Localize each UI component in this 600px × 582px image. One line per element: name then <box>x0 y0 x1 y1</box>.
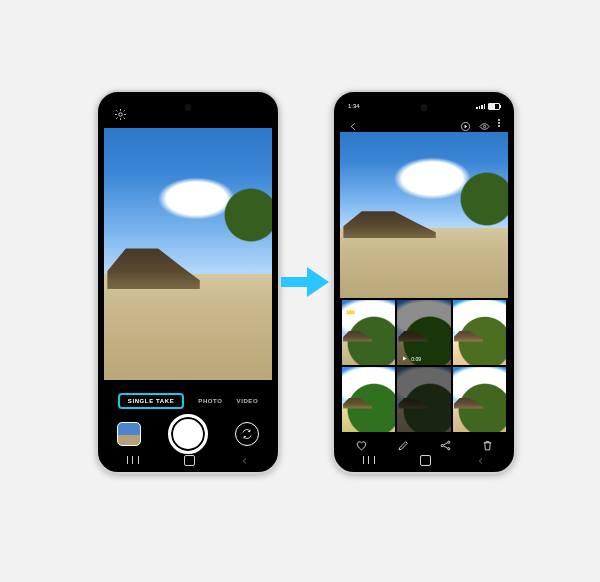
front-camera-notch <box>185 104 192 111</box>
single-take-grid: 0:09 <box>340 298 508 434</box>
nav-recent-apps[interactable] <box>363 456 375 464</box>
camera-app-screen: SINGLE TAKE PHOTO VIDEO <box>104 98 272 466</box>
heart-icon[interactable] <box>355 438 368 451</box>
mode-video[interactable]: VIDEO <box>237 398 259 404</box>
back-icon[interactable] <box>348 118 359 129</box>
gallery-top-bar <box>340 114 508 132</box>
gallery-app-screen: 1:34 <box>340 98 508 466</box>
visibility-icon[interactable] <box>479 118 490 129</box>
svg-point-3 <box>441 444 443 446</box>
result-tile-5[interactable] <box>397 367 450 432</box>
result-tile-3[interactable] <box>453 300 506 365</box>
android-navbar <box>340 454 508 466</box>
camera-viewfinder[interactable] <box>104 128 272 380</box>
status-icons <box>476 103 500 110</box>
svg-point-4 <box>447 441 449 443</box>
battery-icon <box>488 103 500 110</box>
android-navbar <box>104 454 272 466</box>
switch-camera-button[interactable] <box>235 422 259 446</box>
nav-recent-apps[interactable] <box>127 456 139 464</box>
camera-app-phone: SINGLE TAKE PHOTO VIDEO <box>96 90 280 474</box>
camera-controls <box>104 414 272 454</box>
result-tile-2[interactable]: 0:09 <box>397 300 450 365</box>
svg-point-2 <box>483 125 485 127</box>
nav-home[interactable] <box>420 455 431 466</box>
result-tile-4[interactable] <box>342 367 395 432</box>
svg-point-0 <box>119 112 122 115</box>
share-icon[interactable] <box>439 438 452 451</box>
arrow-right-icon <box>281 264 329 300</box>
mode-photo[interactable]: PHOTO <box>198 398 222 404</box>
nav-home[interactable] <box>184 455 195 466</box>
svg-point-5 <box>447 447 449 449</box>
gallery-app-phone: 1:34 <box>332 90 516 474</box>
play-icon[interactable] <box>460 118 471 129</box>
shutter-button[interactable] <box>168 414 208 454</box>
trash-icon[interactable] <box>481 438 494 451</box>
camera-top-bar <box>104 98 272 128</box>
video-duration: 0:09 <box>411 356 421 362</box>
edit-icon[interactable] <box>397 438 410 451</box>
nav-back[interactable] <box>241 451 249 466</box>
mode-single-take[interactable]: SINGLE TAKE <box>118 393 185 409</box>
result-tile-1[interactable] <box>342 300 395 365</box>
scene-photo <box>104 128 272 380</box>
video-duration-badge: 0:09 <box>401 355 421 362</box>
scene-photo <box>340 132 508 298</box>
crown-icon <box>345 303 356 314</box>
nav-back[interactable] <box>477 451 485 466</box>
result-tile-6[interactable] <box>453 367 506 432</box>
front-camera-notch <box>421 104 428 111</box>
camera-mode-strip[interactable]: SINGLE TAKE PHOTO VIDEO <box>104 388 272 414</box>
gallery-main-photo[interactable] <box>340 132 508 298</box>
gear-icon[interactable] <box>114 107 127 120</box>
signal-icon <box>476 104 485 109</box>
status-time: 1:34 <box>348 103 360 109</box>
more-icon[interactable] <box>498 119 500 127</box>
last-shot-thumbnail[interactable] <box>117 422 141 446</box>
